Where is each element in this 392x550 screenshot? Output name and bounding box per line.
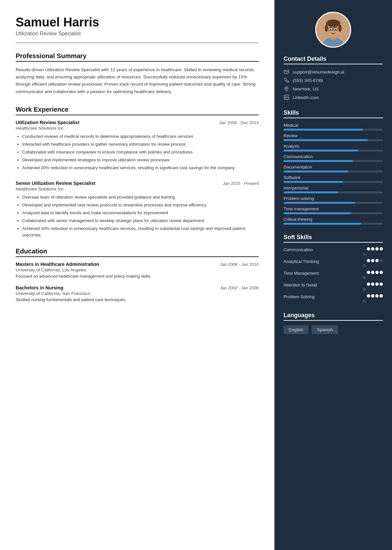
dot-filled <box>375 294 379 298</box>
language-tag: English <box>284 325 308 334</box>
skill-bar-fill <box>284 160 353 162</box>
skill-bar-bg <box>284 181 383 183</box>
dot-filled <box>367 283 370 286</box>
svg-point-10 <box>335 29 336 30</box>
edu-degree: Masters in Healthcare Administration <box>16 262 99 267</box>
skill-row: Review <box>284 133 383 141</box>
right-content: Contact Details support@resumedesign.ai … <box>274 56 392 334</box>
skill-bar-fill <box>284 129 363 131</box>
job-dates: Jan 2008 - Dec 2014 <box>219 120 259 125</box>
list-item: Oversaw team of utilization review speci… <box>22 194 259 201</box>
language-tag: Spanish <box>312 325 338 334</box>
lang-tags: EnglishSpanish <box>284 325 383 334</box>
summary-section: Professional Summary Results-driven Util… <box>16 52 259 95</box>
contact-item: LinkedIn.com <box>284 94 383 100</box>
list-item: Developed and implemented new review pro… <box>22 202 259 208</box>
avatar <box>315 12 351 48</box>
job-entry: Senior Utilization Review Specialist Jan… <box>16 181 259 239</box>
dot-filled <box>367 259 370 262</box>
skill-row: Interpersonal <box>284 186 383 193</box>
skill-bar-bg <box>284 150 383 152</box>
dot-filled <box>380 294 383 298</box>
skill-bar-bg <box>284 139 383 141</box>
skill-row: Documentation <box>284 165 383 172</box>
soft-skill-label: Problem Solving <box>284 294 363 299</box>
skill-bar-fill <box>284 181 343 183</box>
list-item: Collaborated with senior management to d… <box>22 218 259 224</box>
skills-bars: Medical Review Analysis Communication Do… <box>284 123 383 225</box>
soft-skill-label: Attention to Detail <box>284 283 363 287</box>
skill-bar-fill <box>284 191 338 193</box>
languages-title: Languages <box>284 312 383 321</box>
contact-item: (555) 345-6789 <box>284 77 383 83</box>
skill-bar-bg <box>284 170 383 172</box>
skills-section: Skills Medical Review Analysis Communica… <box>284 109 383 225</box>
dots-container <box>363 283 383 291</box>
skill-bar-fill <box>284 202 355 204</box>
job-title: Senior Utilization Review Specialist <box>16 181 95 186</box>
dot-filled <box>380 283 383 286</box>
email-icon <box>284 69 289 75</box>
skill-row: Software <box>284 175 383 183</box>
skill-bar-fill <box>284 223 361 225</box>
education-section: Education Masters in Healthcare Administ… <box>16 248 259 302</box>
skill-bar-fill <box>284 150 358 152</box>
dot-empty <box>380 259 383 262</box>
soft-skill-label: Analytical Thinking <box>284 259 363 264</box>
skill-bar-bg <box>284 129 383 131</box>
summary-title: Professional Summary <box>16 52 259 62</box>
dots-container <box>363 259 383 267</box>
skill-label: Documentation <box>284 165 383 170</box>
contact-section: Contact Details support@resumedesign.ai … <box>284 56 383 100</box>
list-item: Collaborated with insurance companies to… <box>22 149 259 155</box>
dot-empty <box>363 299 366 303</box>
soft-skill-row: Attention to Detail <box>284 283 383 291</box>
soft-skill-row: Analytical Thinking <box>284 259 383 267</box>
contact-text: support@resumedesign.ai <box>293 70 344 74</box>
summary-text: Results-driven Utilization Review Specia… <box>16 66 259 95</box>
soft-skill-label: Time Management <box>284 271 363 276</box>
soft-skills-section: Soft Skills Communication Analytical Thi… <box>284 234 383 303</box>
list-item: Developed and implemented strategies to … <box>22 157 259 163</box>
jobs-container: Utilization Review Specialist Jan 2008 -… <box>16 120 259 239</box>
list-item: Achieved 20% reduction in unnecessary he… <box>22 165 259 171</box>
soft-skill-row: Time Management <box>284 271 383 279</box>
education-title: Education <box>16 248 259 257</box>
skill-row: Communication <box>284 154 383 162</box>
svg-rect-16 <box>284 95 289 100</box>
skill-row: Problem-solving <box>284 196 383 204</box>
skill-bar-bg <box>284 212 383 214</box>
header-name: Samuel Harris <box>16 16 259 29</box>
job-company: Healthcare Solutions Inc. <box>16 126 259 131</box>
skill-bar-bg <box>284 223 383 225</box>
languages-section: Languages EnglishSpanish <box>284 312 383 334</box>
contact-item: NewYork, US <box>284 86 383 92</box>
dot-empty <box>363 276 366 279</box>
work-experience-title: Work Experience <box>16 106 259 115</box>
job-title: Utilization Review Specialist <box>16 120 79 125</box>
svg-point-6 <box>338 24 341 32</box>
linkedin-icon <box>284 94 289 100</box>
avatar-area <box>274 0 392 56</box>
dot-empty <box>363 288 366 291</box>
soft-skill-row: Problem Solving <box>284 294 383 303</box>
edu-school: University of California, San Francisco <box>16 291 259 296</box>
location-icon <box>284 86 289 92</box>
svg-point-9 <box>330 29 332 30</box>
skill-bar-fill <box>284 139 368 141</box>
edu-degree: Bachelors in Nursing <box>16 285 63 290</box>
work-experience-section: Work Experience Utilization Review Speci… <box>16 106 259 239</box>
skill-label: Analysis <box>284 144 383 149</box>
skill-row: Time management <box>284 206 383 214</box>
job-dates: Jan 2015 - Present <box>223 181 259 186</box>
edu-desc: Focused on advanced healthcare managemen… <box>16 274 259 279</box>
contact-text: (555) 345-6789 <box>293 78 323 83</box>
skill-row: Critical thinking <box>284 217 383 225</box>
education-entry: Bachelors in Nursing Jan 2002 - Jan 2006… <box>16 285 259 302</box>
edu-dates: Jan 2002 - Jan 2006 <box>220 285 259 290</box>
svg-point-15 <box>286 88 287 89</box>
svg-point-20 <box>285 96 286 96</box>
dot-filled <box>367 247 370 251</box>
right-panel: Contact Details support@resumedesign.ai … <box>274 0 392 550</box>
dot-filled <box>375 259 379 262</box>
